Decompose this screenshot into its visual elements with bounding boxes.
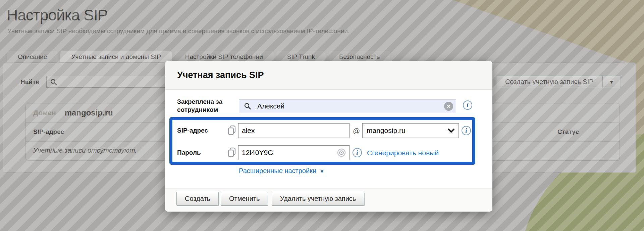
decor-tan-wedge bbox=[436, 0, 644, 69]
page-subtitle: Учетные записи SIP необходимы сотрудника… bbox=[7, 27, 350, 35]
delete-account-button[interactable]: Удалить учетную запись bbox=[272, 192, 364, 206]
create-account-split-button: Создать учетную запись SIP ▼ bbox=[496, 76, 621, 88]
sip-account-dialog: Учетная запись SIP Закреплена за сотрудн… bbox=[165, 61, 492, 212]
copy-icon[interactable] bbox=[227, 125, 236, 136]
info-icon[interactable]: i bbox=[462, 126, 471, 135]
generate-new-password-link[interactable]: Сгенерировать новый bbox=[367, 149, 439, 157]
create-button[interactable]: Создать bbox=[176, 192, 219, 206]
domain-name: mangosip.ru bbox=[65, 108, 113, 118]
assigned-employee-label: Закреплена за сотрудником bbox=[177, 98, 234, 114]
search-icon bbox=[244, 102, 251, 110]
sip-domain-selected-value: mangosip.ru bbox=[367, 127, 406, 135]
sip-domain-select[interactable]: mangosip.ru bbox=[362, 123, 459, 138]
info-icon[interactable]: i bbox=[353, 148, 362, 157]
tab-sip-accounts-domains[interactable]: Учетные записи и домены SIP bbox=[60, 50, 172, 63]
search-label: Найти bbox=[20, 78, 40, 86]
dialog-header: Учетная запись SIP bbox=[165, 61, 492, 90]
chevron-down-icon bbox=[448, 129, 454, 133]
sip-address-label: SIP-адрес bbox=[177, 127, 208, 135]
page-title: Настройка SIP bbox=[7, 6, 107, 24]
dialog-footer: Создать Отменить Удалить учетную запись bbox=[165, 188, 492, 212]
column-status: Статус bbox=[557, 128, 579, 136]
cancel-button[interactable]: Отменить bbox=[221, 192, 268, 206]
decor-tan-strip bbox=[635, 0, 644, 144]
advanced-settings-label: Расширенные настройки bbox=[239, 167, 316, 174]
advanced-settings-link[interactable]: Расширенные настройки▼ bbox=[239, 167, 324, 175]
tab-description[interactable]: Описание bbox=[7, 50, 58, 63]
info-icon[interactable]: i bbox=[463, 100, 472, 110]
password-field bbox=[238, 145, 350, 160]
search-icon bbox=[50, 78, 57, 86]
copy-icon[interactable] bbox=[227, 147, 236, 158]
assigned-employee-input[interactable] bbox=[257, 102, 444, 110]
eye-icon[interactable] bbox=[336, 148, 347, 158]
clear-icon[interactable]: × bbox=[444, 102, 453, 111]
column-sip-address: SIP-адрес bbox=[33, 128, 64, 136]
dialog-title: Учетная запись SIP bbox=[177, 70, 264, 80]
sip-address-input[interactable] bbox=[238, 123, 350, 138]
create-sip-account-button[interactable]: Создать учетную запись SIP bbox=[496, 76, 603, 88]
create-account-dropdown-arrow[interactable]: ▼ bbox=[603, 76, 621, 88]
triangle-down-icon: ▼ bbox=[320, 169, 324, 174]
dropdown-arrow-icon: ▼ bbox=[609, 79, 614, 85]
at-separator: @ bbox=[353, 127, 360, 135]
password-input[interactable] bbox=[238, 145, 350, 160]
assigned-employee-search-field[interactable]: × bbox=[239, 99, 456, 113]
password-label: Пароль bbox=[177, 149, 201, 157]
domain-label: Домен bbox=[33, 109, 56, 117]
